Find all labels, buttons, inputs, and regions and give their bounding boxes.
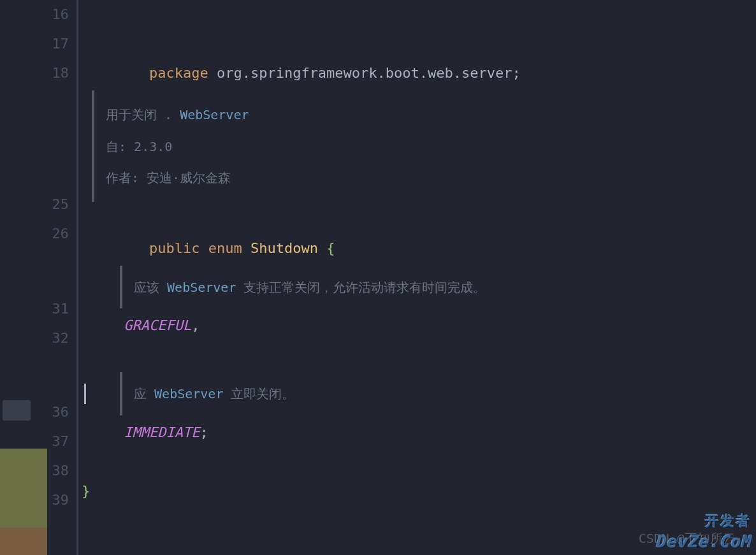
code-line[interactable] (82, 447, 756, 477)
close-brace: } (82, 483, 90, 499)
doc-link[interactable]: WebServer (154, 386, 223, 401)
code-line[interactable]: GRACEFUL, (82, 311, 756, 340)
doc-link[interactable]: WebServer (180, 107, 249, 122)
code-line[interactable]: IMMEDIATE; (82, 418, 756, 447)
watermark-tag: 开发者 (705, 512, 751, 531)
doc-row: 自: 2.3.0 (106, 134, 745, 159)
doc-text: 支持正常关闭，允许活动请求有时间完成。 (236, 280, 486, 295)
comma: , (191, 317, 200, 333)
doc-since-label: 自: (106, 139, 126, 154)
doc-author-value: 安迪·威尔金森 (147, 170, 231, 185)
class-name: Shutdown (251, 240, 318, 256)
code-line[interactable]: public enum Shutdown { (82, 205, 756, 234)
text-cursor (84, 384, 86, 404)
line-number: 32 (33, 324, 69, 353)
code-line[interactable]: } (82, 477, 756, 506)
doc-text: 立即关闭。 (223, 386, 294, 401)
line-number: 26 (33, 219, 69, 249)
doc-row: 作者: 安迪·威尔金森 (106, 165, 745, 191)
enum-value-immediate: IMMEDIATE (124, 424, 200, 440)
doc-since-value: 2.3.0 (126, 139, 172, 154)
open-brace: { (318, 240, 335, 256)
doc-link[interactable]: WebServer (167, 280, 236, 295)
doc-text: 应 (134, 386, 154, 401)
code-line[interactable]: package org.springframework.boot.web.ser… (82, 29, 756, 59)
keyword-public: public (149, 240, 200, 256)
code-area[interactable]: package org.springframework.boot.web.ser… (76, 0, 756, 555)
code-line[interactable] (82, 340, 756, 370)
semicolon: ; (200, 424, 208, 440)
javadoc-block: 应该 WebServer 支持正常关闭，允许活动请求有时间完成。 (120, 266, 756, 309)
watermark-devze: DevZe.CoM (655, 532, 751, 551)
sidebar-mark (3, 400, 31, 421)
package-name: org.springframework.boot.web.server (208, 65, 512, 81)
line-number: 31 (33, 294, 69, 324)
sidebar-mark-olive (0, 449, 47, 528)
line-number: 18 (33, 59, 69, 88)
line-number: 17 (33, 29, 69, 59)
keyword-package: package (149, 65, 208, 81)
line-number: 36 (33, 398, 69, 427)
enum-value-graceful: GRACEFUL (124, 317, 191, 333)
code-editor: 16 17 18 25 26 31 32 36 37 38 39 package… (0, 0, 756, 555)
editor-sidebar-marks (0, 0, 33, 555)
javadoc-block: 应 WebServer 立即关闭。 (120, 372, 756, 415)
semicolon: ; (512, 65, 521, 81)
doc-row: 用于关闭 . WebServer (106, 102, 745, 127)
line-number: 16 (33, 0, 69, 29)
javadoc-block: 用于关闭 . WebServer 自: 2.3.0 作者: 安迪·威尔金森 (92, 90, 756, 202)
keyword-enum: enum (200, 240, 250, 256)
doc-author-label: 作者: (106, 170, 147, 185)
sidebar-mark-brown (0, 528, 47, 555)
doc-text: 用于关闭 . (106, 107, 180, 122)
code-border (76, 0, 78, 555)
doc-text: 应该 (134, 280, 167, 295)
line-number: 25 (33, 190, 69, 219)
code-line[interactable] (82, 0, 756, 29)
